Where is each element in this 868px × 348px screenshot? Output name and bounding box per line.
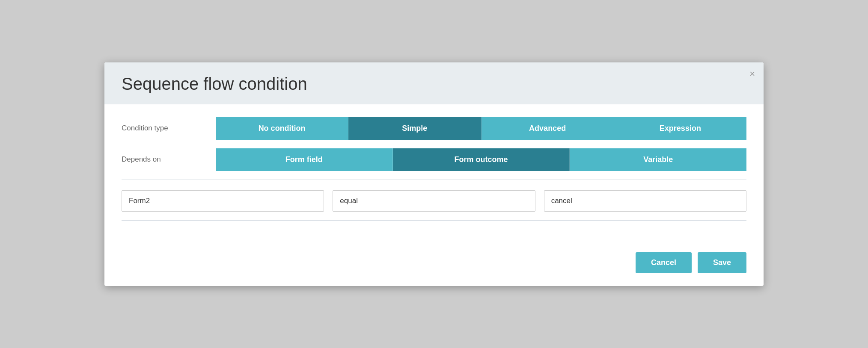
- close-button[interactable]: ×: [749, 69, 755, 79]
- depends-on-label: Depends on: [122, 155, 216, 164]
- condition-type-advanced[interactable]: Advanced: [482, 117, 614, 140]
- condition-type-row: Condition type No condition Simple Advan…: [122, 117, 746, 140]
- input-field-2[interactable]: [333, 190, 535, 212]
- depends-on-row: Depends on Form field Form outcome Varia…: [122, 148, 746, 171]
- modal-footer: Cancel Save: [104, 244, 764, 286]
- depends-on-form-outcome[interactable]: Form outcome: [393, 148, 570, 171]
- inputs-row: [122, 190, 746, 212]
- divider-2: [122, 220, 746, 221]
- save-button[interactable]: Save: [698, 252, 746, 273]
- depends-on-form-field[interactable]: Form field: [216, 148, 393, 171]
- modal-title: Sequence flow condition: [122, 74, 746, 94]
- depends-on-variable[interactable]: Variable: [570, 148, 746, 171]
- modal-body: Condition type No condition Simple Advan…: [104, 104, 764, 244]
- input-field-3[interactable]: [544, 190, 746, 212]
- condition-type-no-condition[interactable]: No condition: [216, 117, 348, 140]
- depends-on-btn-group: Form field Form outcome Variable: [216, 148, 746, 171]
- cancel-button[interactable]: Cancel: [636, 252, 692, 273]
- condition-type-btn-group: No condition Simple Advanced Expression: [216, 117, 746, 140]
- condition-type-label: Condition type: [122, 124, 216, 133]
- modal-header: Sequence flow condition ×: [104, 62, 764, 104]
- divider-1: [122, 180, 746, 180]
- input-field-1[interactable]: [122, 190, 324, 212]
- condition-type-expression[interactable]: Expression: [614, 117, 746, 140]
- modal-container: Sequence flow condition × Condition type…: [104, 62, 764, 286]
- condition-type-simple[interactable]: Simple: [348, 117, 481, 140]
